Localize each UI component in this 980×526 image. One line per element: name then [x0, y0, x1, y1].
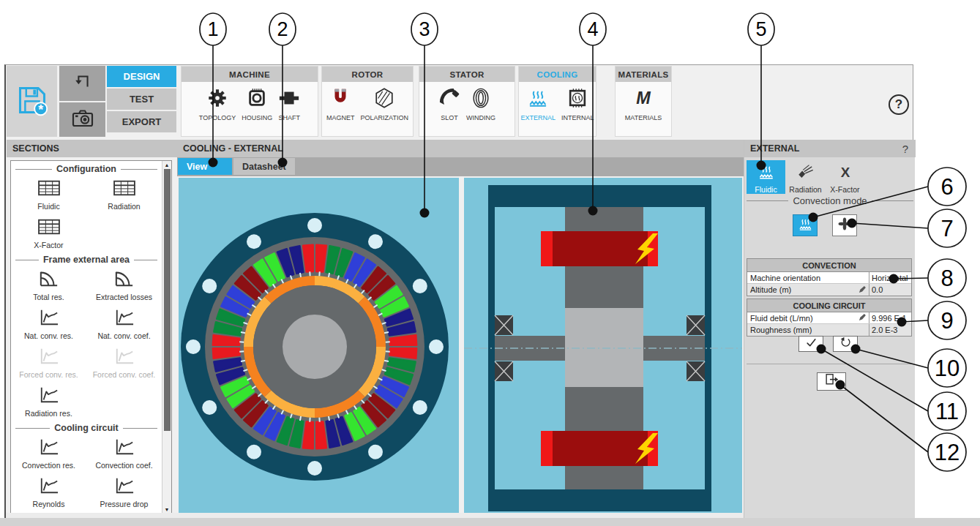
- table-cooling-circuit: COOLING CIRCUIT Fluid debit (L/mn) 9.996…: [747, 298, 912, 337]
- help-button[interactable]: ?: [889, 94, 909, 115]
- section-item-pressure-drop[interactable]: Pressure drop: [86, 473, 162, 511]
- export-results-button[interactable]: [817, 372, 846, 391]
- pen-icon: [859, 313, 867, 323]
- toolbar-item-polarization[interactable]: POLARIZATION: [358, 87, 411, 121]
- panel-tab-radiation[interactable]: Radiation: [786, 160, 825, 194]
- apply-button[interactable]: [798, 336, 823, 352]
- chart-icon: [113, 437, 135, 459]
- row-value[interactable]: 2.0 E-3: [869, 324, 911, 336]
- check-icon: [804, 336, 818, 353]
- panel-tab-fluidic[interactable]: Fluidic: [747, 160, 785, 194]
- magnet-icon: [329, 87, 351, 112]
- tab-datasheet[interactable]: Datasheet: [233, 158, 295, 175]
- chart-icon: [113, 308, 135, 330]
- section-item-convection-coef-[interactable]: Convection coef.: [86, 434, 162, 473]
- panel-title: EXTERNAL: [750, 143, 799, 154]
- section-item-x-factor[interactable]: X-Factor: [11, 214, 86, 252]
- export-icon: [823, 372, 839, 391]
- winding-icon: [470, 87, 492, 112]
- forced-convection-button[interactable]: [832, 214, 857, 236]
- toolbar-group-stator: STATOR SLOT WINDING: [419, 66, 515, 137]
- group-title: COOLING: [519, 67, 596, 82]
- housing-icon: [246, 87, 268, 112]
- table-row: Roughness (mm) 2.0 E-3: [747, 324, 911, 336]
- sections-header: SECTIONS: [7, 140, 177, 157]
- scrollbar-thumb[interactable]: [164, 169, 171, 431]
- toolbar-item-winding[interactable]: WINDING: [463, 87, 498, 121]
- row-value[interactable]: Horizontal: [869, 272, 911, 283]
- section-item-reynolds[interactable]: Reynolds: [11, 473, 86, 511]
- chart-icon: [113, 347, 135, 369]
- chart-icon: [38, 386, 60, 407]
- section-item-forced-conv-res-[interactable]: Forced conv. res.: [11, 343, 86, 382]
- table-convection: CONVECTION Machine orientation Horizonta…: [747, 258, 912, 296]
- section-item-radiation-res-[interactable]: Radiation res.: [11, 382, 86, 421]
- toolbar-item-internal[interactable]: INTERNAL: [558, 87, 597, 121]
- toolbar-item-materials[interactable]: M MATERIALS: [622, 87, 665, 121]
- row-value[interactable]: 0.0: [869, 284, 911, 296]
- scrollbar[interactable]: ▲ ▼: [162, 161, 171, 514]
- svg-text:2: 2: [277, 18, 288, 40]
- toolbar-item-magnet[interactable]: MAGNET: [323, 87, 358, 121]
- table-row: Altitude (m) 0.0: [747, 284, 911, 296]
- arcs-icon: [113, 269, 135, 291]
- design-button[interactable]: DESIGN: [107, 66, 176, 89]
- row-value[interactable]: 9.996 E-1: [869, 312, 911, 323]
- row-label: Fluid debit (L/mn): [747, 312, 869, 323]
- section-item-total-res-[interactable]: Total res.: [11, 266, 86, 304]
- group-title: MACHINE: [182, 67, 318, 82]
- toolbar-item-external[interactable]: EXTERNAL: [517, 87, 558, 121]
- section-item-fluidic[interactable]: Fluidic: [11, 175, 86, 214]
- polarization-icon: [373, 87, 395, 112]
- section-item-radiation[interactable]: Radiation: [86, 175, 162, 214]
- help-icon: ?: [895, 97, 902, 112]
- toolbar-group-machine: MACHINE TOPOLOGY HOUSING SHAFT: [181, 66, 318, 137]
- export-button[interactable]: EXPORT: [107, 111, 176, 134]
- svg-text:3: 3: [419, 18, 430, 40]
- chart-icon: [38, 437, 60, 459]
- undo-button[interactable]: [59, 66, 105, 101]
- cool-int-icon: [566, 87, 588, 112]
- table-row: Machine orientation Horizontal: [747, 272, 911, 284]
- toolbar-item-slot[interactable]: SLOT: [435, 87, 463, 121]
- svg-text:7: 7: [940, 216, 953, 241]
- section-item-nat-conv-coef-[interactable]: Nat. conv. coef.: [86, 304, 162, 343]
- convection-mode-label: Convection mode: [747, 195, 913, 206]
- section-item-extracted-losses[interactable]: Extracted losses: [86, 266, 162, 304]
- toolbar-item-topology[interactable]: TOPOLOGY: [196, 87, 239, 121]
- tab-view[interactable]: View: [178, 158, 232, 175]
- svg-text:9: 9: [940, 308, 953, 334]
- save-icon: *: [16, 84, 48, 119]
- external-panel: EXTERNAL ? Fluidic RadiationX X-Factor C…: [744, 140, 915, 520]
- waves-icon: [527, 87, 549, 112]
- section-item-nat-conv-res-[interactable]: Nat. conv. res.: [11, 304, 86, 343]
- save-button[interactable]: *: [7, 66, 57, 137]
- topology-icon: [206, 87, 228, 112]
- section-item-convection-res-[interactable]: Convection res.: [11, 434, 86, 473]
- group-title: MATERIALS: [616, 67, 671, 82]
- reset-icon: [839, 336, 853, 353]
- chart-icon: [38, 476, 60, 498]
- screenshot-button[interactable]: [59, 102, 105, 137]
- natural-convection-button[interactable]: [793, 214, 818, 236]
- reset-button[interactable]: [833, 336, 858, 352]
- fluidic-radiation-xfactor-tabs: Fluidic RadiationX X-Factor: [747, 160, 864, 194]
- svg-text:5: 5: [755, 18, 766, 40]
- waves-icon: [798, 217, 813, 235]
- scroll-up-icon[interactable]: ▲: [165, 162, 170, 168]
- camera-icon: [71, 107, 94, 133]
- panel-help-icon[interactable]: ?: [902, 143, 908, 155]
- status-bar: [0, 518, 980, 526]
- chart-icon: [38, 308, 60, 330]
- page-title: COOLING - EXTERNAL: [183, 143, 283, 154]
- toolbar-item-housing[interactable]: HOUSING: [239, 87, 275, 121]
- section-item-forced-conv-coef-[interactable]: Forced conv. coef.: [86, 343, 162, 382]
- scroll-down-icon[interactable]: ▼: [165, 506, 170, 513]
- divider: [747, 364, 913, 364]
- machine-view-canvas: [177, 178, 744, 513]
- test-button[interactable]: TEST: [107, 89, 176, 111]
- chart-icon: [38, 347, 60, 369]
- toolbar-item-shaft[interactable]: SHAFT: [275, 87, 303, 121]
- panel-tab-x-factor[interactable]: X X-Factor: [826, 160, 864, 194]
- slot-icon: [438, 87, 460, 112]
